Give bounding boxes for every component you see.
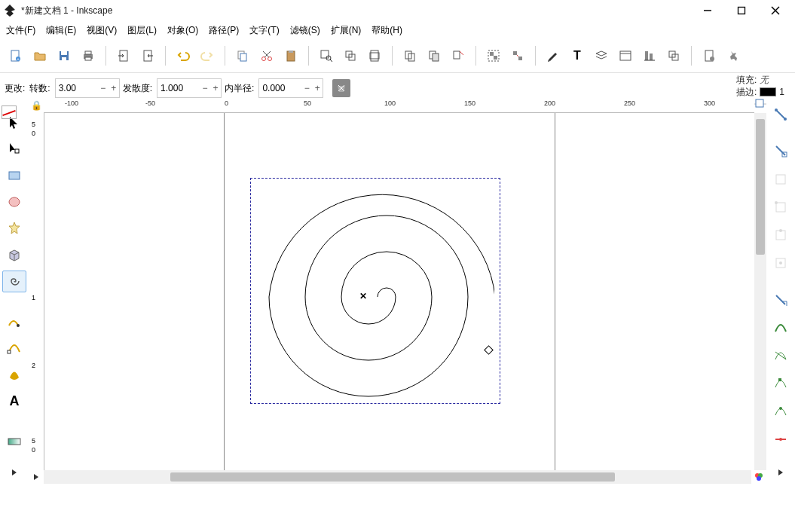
layers-dialog-button[interactable] xyxy=(590,44,613,67)
fill-stroke-dialog-button[interactable] xyxy=(542,44,564,67)
zoom-page-button[interactable] xyxy=(363,44,386,67)
snap-bbox-center-button[interactable] xyxy=(769,251,793,274)
quick-zoom-button[interactable] xyxy=(29,470,44,484)
snap-intersection-button[interactable] xyxy=(769,344,793,368)
group-button[interactable] xyxy=(482,44,505,67)
cut-button[interactable] xyxy=(255,44,278,67)
vertical-ruler[interactable]: 5 0 1 2 5 0 xyxy=(29,113,44,470)
align-dialog-button[interactable] xyxy=(638,44,661,67)
menu-edit[interactable]: 编辑(E) xyxy=(41,23,81,38)
svg-rect-9 xyxy=(62,57,66,60)
menu-filter[interactable]: 滤镜(S) xyxy=(286,23,325,38)
turns-spinner[interactable]: − + xyxy=(55,78,120,98)
copy-button[interactable] xyxy=(231,44,254,67)
duplicate-button[interactable] xyxy=(399,44,421,67)
snap-node-button[interactable] xyxy=(769,288,793,311)
window-maximize-button[interactable] xyxy=(724,0,758,21)
inner-radius-minus-icon[interactable]: − xyxy=(301,80,312,96)
clone-button[interactable] xyxy=(423,44,445,67)
fill-value[interactable]: 无 xyxy=(760,74,769,87)
menu-file[interactable]: 文件(F) xyxy=(2,23,40,38)
star-tool[interactable] xyxy=(2,218,26,240)
snap-cusp-button[interactable] xyxy=(769,372,793,396)
svg-text:T: T xyxy=(573,49,581,62)
stroke-swatch[interactable] xyxy=(760,87,776,96)
svg-point-17 xyxy=(262,57,266,61)
color-managed-icon[interactable] xyxy=(751,470,766,484)
toolbox-more-button[interactable] xyxy=(2,462,26,484)
canvas[interactable]: ✕ xyxy=(44,113,754,470)
node-tool[interactable] xyxy=(2,138,26,160)
svg-rect-16 xyxy=(240,54,246,61)
text-tool[interactable]: A xyxy=(2,390,26,412)
divergence-plus-icon[interactable]: + xyxy=(210,80,221,96)
redo-button[interactable] xyxy=(196,44,219,67)
text-dialog-button[interactable]: T xyxy=(566,44,589,67)
3dbox-tool[interactable] xyxy=(2,244,26,266)
preferences-button[interactable] xyxy=(722,44,745,67)
zoom-drawing-button[interactable] xyxy=(339,44,362,67)
open-button[interactable] xyxy=(29,44,51,67)
menu-view[interactable]: 视图(V) xyxy=(82,23,121,38)
menu-extension[interactable]: 扩展(N) xyxy=(326,23,366,38)
print-button[interactable] xyxy=(77,44,99,67)
vertical-scrollbar[interactable] xyxy=(754,113,766,470)
snap-midpoint-button[interactable] xyxy=(769,428,793,451)
snap-enable-button[interactable] xyxy=(769,102,793,126)
snap-bbox-corner-button[interactable] xyxy=(769,195,793,219)
undo-button[interactable] xyxy=(172,44,194,67)
divergence-input[interactable] xyxy=(157,80,200,96)
scrollbar-thumb[interactable] xyxy=(756,119,765,255)
turns-plus-icon[interactable]: + xyxy=(109,80,119,96)
export-button[interactable] xyxy=(136,44,159,67)
menu-text[interactable]: 文字(T) xyxy=(245,23,283,38)
scrollbar-thumb[interactable] xyxy=(170,472,615,482)
paste-button[interactable] xyxy=(280,44,302,67)
menu-layer[interactable]: 图层(L) xyxy=(123,23,161,38)
snap-path-button[interactable] xyxy=(769,316,793,339)
spiral-center-handle[interactable]: ✕ xyxy=(359,291,367,301)
menu-path[interactable]: 路径(P) xyxy=(204,23,243,38)
rectangle-tool[interactable] xyxy=(2,164,26,186)
pencil-tool[interactable] xyxy=(2,311,26,333)
snap-bbox-button[interactable] xyxy=(769,139,793,163)
ruler-tick: -50 xyxy=(145,99,155,107)
inner-radius-plus-icon[interactable]: + xyxy=(312,80,323,96)
spiral-tool[interactable] xyxy=(2,271,26,292)
document-properties-button[interactable] xyxy=(698,44,720,67)
menu-help[interactable]: 帮助(H) xyxy=(367,23,407,38)
snap-bbox-midpoint-button[interactable] xyxy=(769,223,793,246)
bezier-tool[interactable] xyxy=(2,338,26,359)
gradient-tool[interactable] xyxy=(2,431,26,453)
new-document-button[interactable]: + xyxy=(5,44,27,67)
xml-dialog-button[interactable] xyxy=(614,44,637,67)
import-button[interactable] xyxy=(112,44,135,67)
transform-dialog-button[interactable] xyxy=(662,44,685,67)
snap-smooth-button[interactable] xyxy=(769,400,793,423)
inner-radius-input[interactable] xyxy=(259,80,301,96)
menu-object[interactable]: 对象(O) xyxy=(163,23,203,38)
palette-none-swatch[interactable] xyxy=(2,105,17,119)
horizontal-scrollbar[interactable] xyxy=(44,470,751,484)
turns-minus-icon[interactable]: − xyxy=(98,80,109,96)
reset-defaults-button[interactable] xyxy=(332,79,350,97)
window-close-button[interactable] xyxy=(758,0,792,21)
snap-more-button[interactable] xyxy=(769,460,793,484)
window-minimize-button[interactable] xyxy=(690,0,724,21)
calligraphy-tool[interactable] xyxy=(2,364,26,386)
snap-toolbar xyxy=(766,98,795,484)
snap-bbox-edge-button[interactable] xyxy=(769,167,793,191)
horizontal-ruler[interactable]: -100 -50 0 50 100 150 200 250 300 xyxy=(44,98,754,113)
ruler-tick: 300 xyxy=(704,99,715,107)
guide-toggle[interactable] xyxy=(754,98,766,113)
zoom-selection-button[interactable] xyxy=(315,44,338,67)
turns-input[interactable] xyxy=(56,80,98,96)
ruler-corner[interactable]: 🔒 xyxy=(29,98,44,113)
divergence-minus-icon[interactable]: − xyxy=(200,80,210,96)
divergence-spinner[interactable]: − + xyxy=(157,78,222,98)
ungroup-button[interactable] xyxy=(506,44,529,67)
ellipse-tool[interactable] xyxy=(2,191,26,212)
inner-radius-spinner[interactable]: − + xyxy=(258,78,323,98)
unlink-clone-button[interactable] xyxy=(447,44,469,67)
save-button[interactable] xyxy=(53,44,75,67)
